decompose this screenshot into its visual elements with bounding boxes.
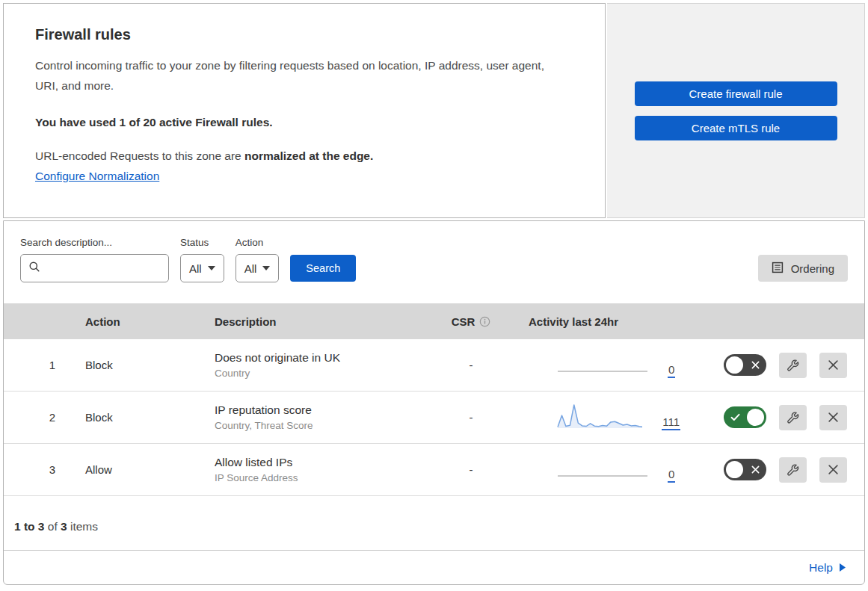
info-icon[interactable] — [479, 316, 490, 327]
rule-description-cell: IP reputation scoreCountry, Threat Score — [206, 403, 437, 431]
triangle-right-icon — [839, 563, 846, 572]
rule-criteria: Country — [215, 368, 437, 379]
items-count: 1 to 3 of 3 items — [4, 496, 864, 550]
caret-down-icon — [262, 266, 270, 270]
close-icon — [828, 359, 839, 371]
activity-count-link[interactable]: 0 — [668, 363, 675, 378]
actions-panel: Create firewall rule Create mTLS rule — [607, 3, 865, 218]
x-icon — [751, 459, 760, 480]
help-label: Help — [809, 561, 833, 575]
items-word: items — [70, 520, 98, 533]
help-link[interactable]: Help — [809, 561, 846, 575]
table-row: 1BlockDoes not originate in UKCountry-0 — [4, 339, 864, 392]
rule-description-cell: Does not originate in UKCountry — [206, 351, 437, 379]
search-filter-group: Search description... — [20, 237, 169, 282]
rule-criteria: Country, Threat Score — [215, 420, 437, 431]
top-section: Firewall rules Control incoming traffic … — [3, 3, 865, 218]
action-filter-group: Action All — [236, 237, 280, 282]
search-label: Search description... — [20, 237, 169, 248]
edit-rule-button[interactable] — [779, 353, 807, 378]
action-dropdown-value: All — [244, 262, 257, 275]
rule-criteria: IP Source Address — [215, 472, 437, 483]
activity-count-link[interactable]: 0 — [668, 468, 675, 483]
table-header-row: Action Description CSR Activity last 24h… — [4, 303, 864, 339]
header-csr-label: CSR — [452, 315, 475, 328]
toggle-knob — [747, 409, 764, 426]
firewall-rules-page: Firewall rules Control incoming traffic … — [0, 0, 868, 588]
action-label: Action — [236, 237, 280, 248]
header-description: Description — [206, 315, 437, 328]
rules-table: Action Description CSR Activity last 24h… — [4, 303, 864, 496]
search-button[interactable]: Search — [290, 255, 356, 282]
caret-down-icon — [208, 266, 215, 270]
filter-bar: Search description... Status All Action — [4, 221, 864, 303]
rule-priority: 3 — [4, 463, 75, 476]
page-description: Control incoming traffic to your zone by… — [35, 55, 566, 96]
items-of: of — [48, 520, 58, 533]
activity-sparkline-flat — [557, 350, 648, 380]
activity-sparkline-flat — [557, 455, 648, 485]
rule-activity-cell: 111 — [505, 403, 680, 433]
normalization-text: URL-encoded Requests to this zone are — [35, 149, 241, 162]
create-mtls-rule-button[interactable]: Create mTLS rule — [635, 116, 837, 140]
rule-action-value: Block — [75, 359, 206, 371]
rules-card: Search description... Status All Action — [3, 220, 865, 585]
wrench-icon — [787, 359, 800, 372]
wrench-icon — [787, 411, 800, 424]
search-input[interactable] — [46, 262, 161, 276]
status-label: Status — [180, 237, 224, 248]
status-dropdown[interactable]: All — [180, 254, 224, 282]
header-action: Action — [75, 315, 206, 328]
activity-count-link[interactable]: 111 — [662, 415, 680, 430]
toggle-knob — [726, 461, 743, 478]
delete-rule-button[interactable] — [819, 457, 847, 483]
search-icon — [28, 261, 40, 276]
ordering-button-label: Ordering — [791, 262, 834, 275]
create-firewall-rule-button[interactable]: Create firewall rule — [635, 81, 837, 106]
delete-rule-button[interactable] — [819, 405, 847, 430]
edit-rule-button[interactable] — [779, 405, 807, 430]
rule-description: Allow listed IPs — [215, 456, 437, 469]
normalization-bold-text: normalized at the edge. — [244, 149, 373, 162]
normalization-note: URL-encoded Requests to this zone are no… — [35, 149, 573, 163]
x-icon — [751, 354, 760, 376]
rule-priority: 2 — [4, 411, 75, 424]
activity-sparkline — [557, 403, 642, 433]
status-dropdown-value: All — [189, 262, 202, 275]
close-icon — [828, 412, 839, 423]
rule-description-cell: Allow listed IPsIP Source Address — [206, 456, 437, 483]
rule-priority: 1 — [4, 359, 75, 371]
rule-enabled-toggle[interactable] — [724, 459, 766, 480]
rule-action-value: Allow — [75, 463, 206, 476]
rule-activity-cell: 0 — [505, 455, 680, 485]
rule-activity-cell: 0 — [505, 350, 680, 380]
edit-rule-button[interactable] — [779, 457, 807, 483]
rule-enabled-toggle[interactable] — [724, 354, 766, 376]
rule-csr-value: - — [437, 359, 505, 371]
ordering-button[interactable]: Ordering — [758, 255, 848, 282]
configure-normalization-link[interactable]: Configure Normalization — [35, 170, 159, 183]
rule-description: Does not originate in UK — [215, 351, 437, 365]
rule-csr-value: - — [437, 463, 505, 476]
rule-enabled-toggle[interactable] — [724, 406, 766, 428]
action-dropdown[interactable]: All — [236, 254, 280, 282]
close-icon — [828, 464, 839, 475]
wrench-icon — [787, 463, 800, 477]
table-body: 1BlockDoes not originate in UKCountry-02… — [4, 339, 864, 496]
help-row: Help — [4, 550, 864, 584]
rule-controls — [680, 405, 864, 430]
header-csr: CSR — [437, 315, 505, 328]
table-row: 2BlockIP reputation scoreCountry, Threat… — [4, 392, 864, 444]
items-total: 3 — [61, 520, 67, 533]
search-box — [20, 254, 169, 282]
rule-action-value: Block — [75, 411, 206, 424]
table-row: 3AllowAllow listed IPsIP Source Address-… — [4, 444, 864, 496]
toggle-knob — [726, 356, 743, 374]
document-list-icon — [772, 262, 784, 276]
status-filter-group: Status All — [180, 237, 224, 282]
rule-csr-value: - — [437, 411, 505, 424]
rule-controls — [680, 353, 864, 378]
intro-card: Firewall rules Control incoming traffic … — [3, 3, 606, 218]
page-title: Firewall rules — [35, 26, 573, 43]
delete-rule-button[interactable] — [819, 353, 847, 378]
